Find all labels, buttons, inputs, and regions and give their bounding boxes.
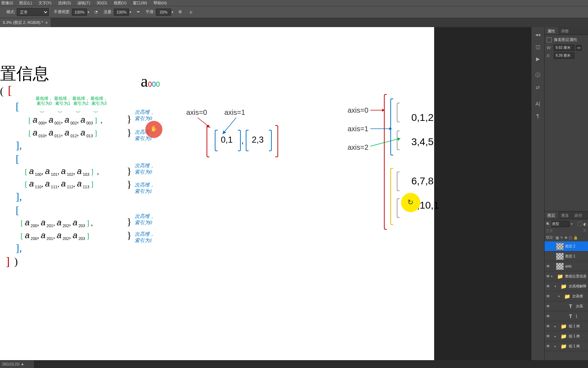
histogram-icon[interactable]: ◫	[533, 42, 542, 51]
caret-icon[interactable]: ▾	[558, 295, 562, 298]
layer-row[interactable]: 👁▾📁数组位置信息	[545, 271, 588, 281]
tab-channels[interactable]: 通道	[558, 211, 572, 219]
visibility-eye-icon[interactable]: 👁	[545, 284, 551, 289]
brace-icon: }	[127, 165, 131, 177]
layer-row[interactable]: 👁axis	[545, 261, 588, 271]
lock-label: 锁定:	[546, 235, 554, 240]
layer-name: 次高	[576, 304, 583, 309]
layer-row[interactable]: 👁▸📁组 1 拷	[545, 331, 588, 341]
status-chevron-icon[interactable]: ▶	[22, 363, 24, 366]
menu-select[interactable]: 选择(S)	[58, 0, 71, 6]
visibility-eye-icon[interactable]: 👁	[545, 334, 551, 339]
blend-mode-select[interactable]: 正常	[546, 229, 553, 234]
adjust-icon[interactable]: ⇄	[533, 83, 542, 92]
play-icon[interactable]: ▶	[533, 54, 542, 63]
smoothing-chev-icon[interactable]: ▾	[172, 10, 173, 14]
tab-properties[interactable]: 属性	[545, 27, 558, 35]
comma: ,	[241, 136, 244, 145]
blue-open-bracket: [	[16, 100, 19, 112]
layer-name: 数组位置信息	[565, 274, 587, 279]
opacity-chev-icon[interactable]: ▾	[88, 10, 89, 14]
mode-select[interactable]: 正常	[17, 8, 49, 16]
filter-image-icon[interactable]	[578, 222, 582, 226]
x-label: X:	[547, 53, 554, 58]
visibility-eye-icon[interactable]: 👁	[545, 294, 551, 299]
matrix-row: [ a 000, a 001, a 002, a 003 ] ,	[28, 115, 102, 125]
menu-layer[interactable]: 图层(L)	[19, 0, 32, 6]
tab-adjustments[interactable]: 调整	[558, 27, 572, 35]
menu-view[interactable]: 视图(V)	[114, 0, 127, 6]
layers-panel: 图层 通道 路径 🔍 ▾ ◐ 正常 不 锁定: ▦ ✎ ✥	[545, 211, 588, 360]
lock-transparency-icon[interactable]: ▦	[556, 236, 559, 240]
x-input[interactable]	[554, 52, 574, 59]
red-close-bracket: ]	[6, 255, 10, 268]
symmetry-icon[interactable]: ⎋	[188, 9, 194, 15]
flow-chev-icon[interactable]: ▾	[130, 10, 131, 14]
flow-input[interactable]	[114, 9, 129, 16]
menu-text[interactable]: 文字(Y)	[38, 0, 52, 6]
red-open-bracket: [	[8, 83, 12, 97]
visibility-eye-icon[interactable]: 👁	[545, 304, 551, 309]
svg-marker-3	[223, 131, 226, 134]
tab-title: 6.3% (图层 2, RGB/8) *	[3, 20, 43, 25]
layer-row[interactable]: 👁T次高	[545, 301, 588, 311]
tab-paths[interactable]: 路径	[572, 211, 585, 219]
visibility-eye-icon[interactable]: 👁	[545, 344, 551, 349]
layer-row[interactable]: 👁▾📁次高维	[545, 291, 588, 301]
filter-kind-select[interactable]	[552, 221, 569, 227]
tab-layers[interactable]: 图层	[545, 211, 558, 219]
layer-row[interactable]: 👁▸📁组 1 拷	[545, 341, 588, 351]
visibility-eye-icon[interactable]: 👁	[545, 324, 551, 329]
text-layer-icon: T	[567, 303, 574, 310]
lock-all-icon[interactable]: 🔒	[573, 236, 578, 240]
secondary-label: 次高维， 索引为1	[135, 231, 155, 244]
caret-icon[interactable]: ▸	[555, 344, 558, 348]
collapse-icon[interactable]: ◂◂	[533, 30, 542, 39]
search-icon[interactable]: 🔍	[546, 222, 550, 226]
brace-icon: ⏟	[94, 105, 98, 113]
layer-row[interactable]: 👁T{	[545, 311, 588, 321]
pressure-opacity-icon[interactable]: ◔	[93, 9, 99, 15]
menu-window[interactable]: 窗口(W)	[133, 0, 147, 6]
layer-row[interactable]: 图层 1	[545, 251, 588, 261]
w-input[interactable]	[554, 45, 574, 51]
canvas-area[interactable]: 置信息 a000 ( [ 最低维， 索引为0 最低维， 索引为1 最低维， 索引…	[0, 27, 531, 360]
lock-pixel-icon[interactable]: ✎	[560, 236, 563, 240]
info-icon[interactable]: ⓘ	[533, 71, 542, 80]
cell-3d-0: 0,1,2	[411, 112, 433, 123]
menu-3d[interactable]: 3D(D)	[97, 1, 107, 5]
layer-row[interactable]: 👁▾📁次高维解释	[545, 281, 588, 291]
lock-artboard-icon[interactable]: ▢	[569, 236, 572, 240]
caret-icon[interactable]: ▾	[551, 275, 555, 278]
axis-0-label: axis=0	[186, 108, 207, 117]
smoothing-input[interactable]	[156, 9, 171, 16]
matrix-row: [ a 100, a 101, a 102, a 103 ] ,	[25, 166, 99, 177]
character-icon[interactable]: A|	[533, 99, 542, 108]
airbrush-icon[interactable]: ✒	[135, 9, 141, 15]
layer-row[interactable]: 图层 2	[545, 241, 588, 251]
filter-adj-icon[interactable]: ◐	[583, 222, 587, 226]
caret-icon[interactable]: ▸	[555, 334, 558, 338]
cell-2d-1: 2,3	[252, 135, 264, 145]
paragraph-icon[interactable]: ¶	[533, 111, 542, 121]
bracket3d-mid	[390, 98, 393, 155]
folder-icon: 📁	[560, 343, 567, 350]
menu-help[interactable]: 帮助(H)	[153, 0, 167, 6]
link-icon[interactable]: ⚯	[576, 45, 582, 51]
lock-position-icon[interactable]: ✥	[564, 236, 567, 240]
caret-icon[interactable]: ▾	[555, 285, 558, 288]
menu-image[interactable]: 图像(I)	[1, 0, 13, 6]
caret-icon[interactable]: ▸	[555, 324, 558, 328]
opacity-input[interactable]	[72, 9, 87, 16]
layer-name: 次高维解释	[569, 284, 587, 289]
visibility-eye-icon[interactable]: 👁	[545, 274, 551, 279]
layer-row[interactable]: 👁▸📁组 1 拷	[545, 321, 588, 331]
chevron-down-icon[interactable]: ▾	[571, 222, 573, 226]
visibility-eye-icon[interactable]: 👁	[545, 314, 551, 319]
tab-close-icon[interactable]: ×	[45, 20, 48, 25]
menu-filter[interactable]: 滤镜(T)	[77, 0, 90, 6]
document-tab[interactable]: 6.3% (图层 2, RGB/8) * ×	[0, 18, 51, 27]
visibility-eye-icon[interactable]: 👁	[545, 264, 551, 269]
flow-label: 流量:	[104, 9, 113, 15]
gear-icon[interactable]: ⚙	[177, 9, 183, 15]
